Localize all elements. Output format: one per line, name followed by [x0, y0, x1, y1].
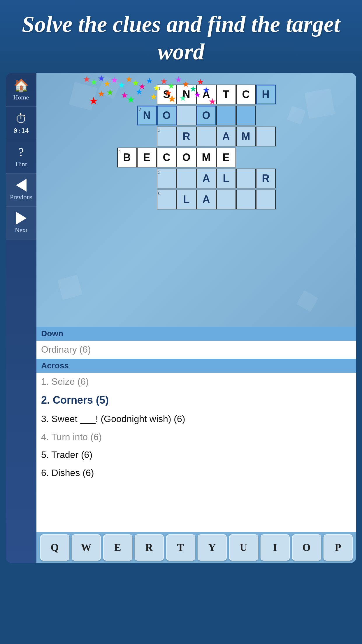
header-title: Solve the clues and find the target word	[9, 10, 353, 65]
cell-6-2[interactable]: L	[177, 190, 196, 209]
home-icon: 🏠	[14, 78, 29, 92]
across-clue-1[interactable]: 1. Seize (6)	[36, 373, 356, 391]
grid-row-2: 2N O O	[137, 106, 256, 125]
next-button[interactable]: Next	[6, 206, 36, 239]
hint-icon: ?	[18, 145, 24, 159]
key-y[interactable]: Y	[198, 534, 227, 561]
cell-2-2[interactable]: O	[157, 106, 177, 125]
cell-6-1[interactable]: 6	[157, 190, 177, 209]
across-header: Across	[36, 359, 356, 373]
cell-2-4[interactable]: O	[196, 106, 216, 125]
cell-3-2[interactable]: R	[177, 127, 196, 146]
cell-5-3[interactable]: A	[196, 169, 216, 188]
main-panel: ★ ★ ★ ★ ★ ★ ★ ★ ★ ★ ★ ★ ★ ★ ★ ★ ★ ★ ★ ★	[36, 73, 356, 563]
across-clue-4[interactable]: 4. Turn into (6)	[36, 428, 356, 446]
home-label: Home	[13, 94, 29, 101]
previous-label: Previous	[10, 193, 32, 201]
down-clue-1[interactable]: Ordinary (6)	[36, 341, 356, 359]
cell-2-5[interactable]	[216, 106, 236, 125]
key-o[interactable]: O	[292, 534, 321, 561]
home-button[interactable]: 🏠 Home	[6, 73, 36, 107]
key-t[interactable]: T	[166, 534, 195, 561]
hint-button[interactable]: ? Hint	[6, 140, 36, 174]
cell-6-4[interactable]	[216, 190, 236, 209]
cell-3-4[interactable]: A	[216, 127, 236, 146]
grid-row-3: 3 R A M	[157, 127, 276, 146]
key-w[interactable]: W	[72, 534, 101, 561]
cell-5-5[interactable]	[236, 169, 256, 188]
previous-icon	[16, 179, 27, 192]
cell-3-1[interactable]: 3	[157, 127, 177, 146]
across-clue-6[interactable]: 6. Dishes (6)	[36, 464, 356, 482]
grid-row-6: 6 L A	[157, 190, 276, 209]
cell-6-5[interactable]	[236, 190, 256, 209]
cell-4-5[interactable]: M	[196, 148, 216, 167]
cell-5-6[interactable]: R	[256, 169, 276, 188]
previous-button[interactable]: Previous	[6, 174, 36, 206]
cell-1-6[interactable]: H	[256, 85, 276, 104]
cell-4-4[interactable]: O	[177, 148, 196, 167]
key-q[interactable]: Q	[40, 534, 69, 561]
cell-5-1[interactable]: 5	[157, 169, 177, 188]
clues-section: Down Ordinary (6) Across 1. Seize (6) 2.…	[36, 327, 356, 532]
keyboard-row: Q W E R T Y U I O P	[36, 532, 356, 563]
cell-3-5[interactable]: M	[236, 127, 256, 146]
key-e[interactable]: E	[103, 534, 132, 561]
cell-3-6[interactable]	[256, 127, 276, 146]
cell-4-3[interactable]: C	[157, 148, 177, 167]
sidebar: 🏠 Home ⏱ 0:14 ? Hint Previous Next	[6, 73, 36, 563]
across-clue-2[interactable]: 2. Corners (5)	[36, 391, 356, 410]
down-header: Down	[36, 327, 356, 341]
next-icon	[16, 212, 27, 225]
across-clue-3[interactable]: 3. Sweet ___! (Goodnight wish) (6)	[36, 410, 356, 428]
cell-6-6[interactable]	[256, 190, 276, 209]
key-i[interactable]: I	[261, 534, 290, 561]
key-r[interactable]: R	[135, 534, 164, 561]
cell-4-1[interactable]: 4B	[117, 148, 137, 167]
cell-2-3[interactable]	[177, 106, 196, 125]
cell-3-3[interactable]	[196, 127, 216, 146]
cell-2-6[interactable]	[236, 106, 256, 125]
cell-4-2[interactable]: E	[137, 148, 157, 167]
cell-4-6[interactable]: E	[216, 148, 236, 167]
timer-value: 0:14	[13, 127, 29, 134]
grid-row-5: 5 A L R	[157, 169, 276, 188]
key-p[interactable]: P	[324, 534, 353, 561]
crossword-area: ★ ★ ★ ★ ★ ★ ★ ★ ★ ★ ★ ★ ★ ★ ★ ★ ★ ★ ★ ★	[36, 73, 356, 327]
cell-5-2[interactable]	[177, 169, 196, 188]
next-label: Next	[15, 226, 27, 234]
cell-5-4[interactable]: L	[216, 169, 236, 188]
grid-container: 1S N A T C H 2N O O 3	[97, 85, 296, 324]
across-clue-5[interactable]: 5. Trader (6)	[36, 446, 356, 464]
key-u[interactable]: U	[229, 534, 258, 561]
timer-icon: ⏱	[15, 112, 27, 126]
header: Solve the clues and find the target word	[0, 0, 362, 73]
cell-2-1[interactable]: 2N	[137, 106, 157, 125]
timer-display: ⏱ 0:14	[6, 107, 36, 140]
cell-6-3[interactable]: A	[196, 190, 216, 209]
game-container: 🏠 Home ⏱ 0:14 ? Hint Previous Next	[6, 73, 356, 563]
hint-label: Hint	[15, 160, 27, 168]
grid-row-4: 4B E C O M E	[117, 148, 236, 167]
confetti-stars: ★ ★ ★ ★ ★ ★ ★ ★ ★ ★ ★ ★ ★ ★ ★ ★ ★ ★ ★ ★	[80, 73, 255, 108]
